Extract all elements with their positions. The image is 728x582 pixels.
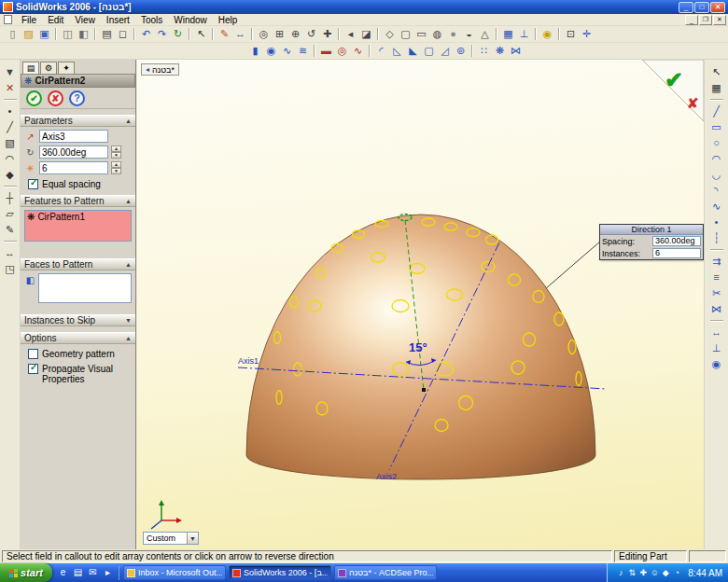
geometry-pattern-checkbox[interactable] xyxy=(28,349,38,359)
linear-pattern-icon[interactable]: ∷ xyxy=(476,44,492,59)
redo-icon[interactable]: ↷ xyxy=(154,27,170,42)
filter-surface-bodies-icon[interactable]: ◠ xyxy=(2,151,19,167)
collapse-arrow-icon[interactable]: ▲ xyxy=(125,118,132,124)
rectangle-icon[interactable]: ▭ xyxy=(708,119,725,135)
filter-toggle-icon[interactable]: ▼ xyxy=(2,64,19,80)
graphics-viewport[interactable]: Axis1 Axis2 15° xyxy=(137,60,704,549)
features-to-pattern-header[interactable]: Features to Pattern ▲ xyxy=(21,195,135,207)
menu-insert[interactable]: Insert xyxy=(101,15,135,25)
instances-spinner[interactable]: ▲▼ xyxy=(111,161,121,174)
configurationmanager-tab[interactable]: ⚙ xyxy=(40,62,57,74)
network-icon[interactable]: ⇅ xyxy=(626,567,637,579)
revolved-boss-icon[interactable]: ◉ xyxy=(263,44,279,59)
start-button[interactable]: start xyxy=(0,563,52,582)
outlook-icon[interactable]: ✉ xyxy=(86,566,100,580)
print-icon[interactable]: ▤ xyxy=(99,27,115,42)
filter-vertices-icon[interactable]: • xyxy=(2,104,19,119)
direction1-callout[interactable]: Direction 1 Spacing: 360.00deg Instances… xyxy=(599,224,704,260)
rib-icon[interactable]: ◣ xyxy=(405,44,421,59)
filter-dimensions-icon[interactable]: ↔ xyxy=(2,245,19,261)
center-vertex-point[interactable] xyxy=(422,388,426,392)
instances-to-skip-header[interactable]: Instances to Skip ▼ xyxy=(21,314,135,326)
combo-dropdown-icon[interactable]: ▼ xyxy=(187,533,198,544)
convert-entities-icon[interactable]: ⇉ xyxy=(708,254,725,270)
axis2-label[interactable]: Axis2 xyxy=(376,472,397,481)
select-icon[interactable]: ↖ xyxy=(708,64,725,80)
draft-icon[interactable]: ◿ xyxy=(437,44,453,59)
fillet-icon[interactable]: ◜ xyxy=(373,44,389,59)
hole-wizard-icon[interactable]: ⊚ xyxy=(453,44,469,59)
centerpoint-arc-icon[interactable]: ◠ xyxy=(708,151,725,167)
menu-view[interactable]: View xyxy=(69,15,101,25)
features-to-pattern-listbox[interactable]: ❋ CirPattern1 xyxy=(24,210,132,242)
select-icon[interactable]: ↖ xyxy=(193,27,209,42)
zoom-to-area-icon[interactable]: ⊞ xyxy=(272,27,287,42)
trim-entities-icon[interactable]: ✂ xyxy=(708,285,725,301)
extruded-cut-icon[interactable]: ▬ xyxy=(318,44,334,59)
ok-button[interactable]: ✔ xyxy=(26,90,42,106)
spacing-value-field[interactable]: 360.00deg xyxy=(652,236,701,246)
shadows-in-shaded-mode-icon[interactable]: ◒ xyxy=(461,27,477,42)
circular-pattern-icon[interactable]: ❋ xyxy=(492,44,508,59)
standard-views-icon[interactable]: ▦ xyxy=(500,27,516,42)
spline-icon[interactable]: ∿ xyxy=(708,199,725,215)
document-tab[interactable]: ◂ בטנה* xyxy=(141,63,179,76)
grid-icon[interactable]: ▦ xyxy=(708,80,725,96)
angle-dimension-label[interactable]: 15° xyxy=(409,340,427,354)
taskbar-task[interactable]: בטנה* - ACDSee Pro... xyxy=(334,565,437,580)
measure-icon[interactable]: ⊡ xyxy=(563,27,579,42)
parameters-header[interactable]: Parameters ▲ xyxy=(21,115,135,127)
line-icon[interactable]: ╱ xyxy=(708,104,725,119)
equal-spacing-checkbox[interactable] xyxy=(28,179,38,189)
lofted-boss-icon[interactable]: ≋ xyxy=(295,44,311,59)
total-angle-input[interactable] xyxy=(39,146,108,159)
new-icon[interactable]: ▯ xyxy=(5,27,21,42)
filter-planes-icon[interactable]: ▱ xyxy=(2,206,19,222)
undo-icon[interactable]: ↶ xyxy=(138,27,154,42)
menu-help[interactable]: Help xyxy=(213,15,244,25)
filter-axes-icon[interactable]: ┼ xyxy=(2,190,19,206)
internet-explorer-icon[interactable]: e xyxy=(56,566,70,580)
media-player-icon[interactable]: ▸ xyxy=(101,566,115,580)
third-tab[interactable]: ✦ xyxy=(58,62,75,74)
mirror-icon[interactable]: ⋈ xyxy=(508,44,524,59)
close-button[interactable]: ✕ xyxy=(710,2,725,13)
collapse-arrow-icon[interactable]: ▲ xyxy=(125,261,132,268)
sketch-icon[interactable]: ✎ xyxy=(217,27,232,42)
antivirus-icon[interactable]: ✚ xyxy=(637,567,649,579)
chamfer-icon[interactable]: ◺ xyxy=(389,44,405,59)
doc-minimize-button[interactable]: _ xyxy=(685,15,698,25)
point-icon[interactable]: • xyxy=(708,215,725,230)
options-header[interactable]: Options ▲ xyxy=(21,332,135,344)
three-point-arc-icon[interactable]: ◝ xyxy=(708,183,725,199)
view-orientation-combo[interactable]: Custom ▼ xyxy=(143,532,199,545)
menu-file[interactable]: File xyxy=(16,15,42,25)
list-item[interactable]: ❋ CirPattern1 xyxy=(25,211,131,223)
collapse-arrow-icon[interactable]: ▲ xyxy=(125,335,132,341)
mirror-entities-icon[interactable]: ⋈ xyxy=(708,301,725,317)
doc-restore-button[interactable]: ❐ xyxy=(699,15,712,25)
realview-graphics-icon[interactable]: ◉ xyxy=(539,27,555,42)
messenger-icon[interactable]: ☺ xyxy=(649,567,660,579)
add-relation-icon[interactable]: ⊥ xyxy=(708,340,725,356)
section-view-icon[interactable]: ◪ xyxy=(358,27,374,42)
taskbar-task[interactable]: SolidWorks 2006 - [ב... xyxy=(229,565,331,580)
model-view[interactable]: Axis1 Axis2 15° xyxy=(137,60,704,549)
shaded-icon[interactable]: ● xyxy=(445,27,461,42)
shell-icon[interactable]: ▢ xyxy=(421,44,437,59)
print-preview-icon[interactable]: ◻ xyxy=(115,27,131,42)
pan-icon[interactable]: ✚ xyxy=(319,27,335,42)
swept-boss-icon[interactable]: ∿ xyxy=(279,44,295,59)
minimize-button[interactable]: _ xyxy=(679,2,693,13)
cancel-button[interactable]: ✘ xyxy=(48,90,63,106)
volume-icon[interactable]: ♪ xyxy=(615,567,626,579)
perspective-icon[interactable]: △ xyxy=(477,27,493,42)
zoom-in-out-icon[interactable]: ⊕ xyxy=(287,27,303,42)
help-button[interactable]: ? xyxy=(69,90,85,106)
instance-count-input[interactable] xyxy=(39,161,108,174)
revolved-cut-icon[interactable]: ◎ xyxy=(334,44,350,59)
wireframe-icon[interactable]: ◇ xyxy=(382,27,398,42)
angle-spinner[interactable]: ▲▼ xyxy=(111,146,121,159)
save-icon[interactable]: ▣ xyxy=(36,27,52,42)
centerline-icon[interactable]: ┆ xyxy=(708,230,725,246)
